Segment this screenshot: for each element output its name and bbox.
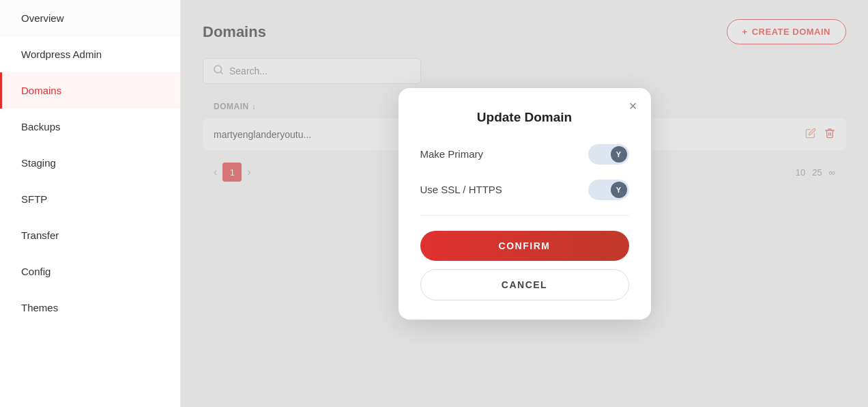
- sidebar-item-sftp[interactable]: SFTP: [0, 181, 180, 217]
- sidebar: Overview Wordpress Admin Domains Backups…: [0, 0, 181, 407]
- update-domain-modal: × Update Domain Make Primary Y Use SSL /…: [399, 88, 651, 320]
- sidebar-item-overview[interactable]: Overview: [0, 0, 180, 36]
- sidebar-item-config[interactable]: Config: [0, 253, 180, 290]
- modal-divider: [420, 215, 629, 216]
- sidebar-item-backups[interactable]: Backups: [0, 109, 180, 145]
- make-primary-option: Make Primary Y: [420, 144, 629, 165]
- use-ssl-label: Use SSL / HTTPS: [420, 184, 502, 195]
- main-content: Domains + CREATE DOMAIN DOMAIN ↓ martyen…: [181, 0, 868, 407]
- use-ssl-option: Use SSL / HTTPS Y: [420, 180, 629, 200]
- modal-title: Update Domain: [420, 110, 629, 125]
- make-primary-toggle-thumb: Y: [611, 146, 627, 163]
- sidebar-item-transfer[interactable]: Transfer: [0, 217, 180, 253]
- modal-overlay: × Update Domain Make Primary Y Use SSL /…: [181, 0, 868, 407]
- sidebar-item-wordpress-admin[interactable]: Wordpress Admin: [0, 36, 180, 72]
- cancel-button[interactable]: CANCEL: [420, 269, 629, 300]
- make-primary-toggle-track: Y: [588, 144, 629, 165]
- sidebar-item-domains[interactable]: Domains: [0, 72, 180, 109]
- confirm-button[interactable]: CONFIRM: [420, 231, 629, 261]
- sidebar-item-themes[interactable]: Themes: [0, 290, 180, 326]
- use-ssl-toggle[interactable]: Y: [588, 180, 629, 200]
- modal-close-button[interactable]: ×: [629, 99, 637, 113]
- sidebar-item-staging[interactable]: Staging: [0, 145, 180, 181]
- use-ssl-toggle-thumb: Y: [611, 182, 627, 198]
- use-ssl-toggle-track: Y: [588, 180, 629, 200]
- make-primary-label: Make Primary: [420, 148, 484, 160]
- make-primary-toggle[interactable]: Y: [588, 144, 629, 165]
